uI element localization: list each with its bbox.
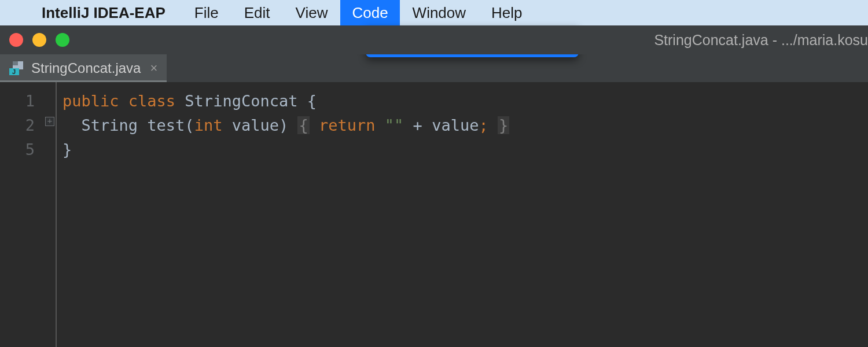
window-close-button[interactable] bbox=[9, 33, 23, 47]
identifier-value: value bbox=[432, 116, 479, 134]
method-name: test bbox=[147, 116, 185, 134]
operator-plus: + bbox=[413, 116, 422, 134]
class-name: StringConcat bbox=[185, 92, 297, 110]
app-name[interactable]: IntelliJ IDEA-EAP bbox=[42, 4, 165, 22]
editor-tab[interactable]: J StringConcat.java × bbox=[0, 54, 167, 82]
svg-rect-1 bbox=[13, 61, 18, 65]
type-string: String bbox=[82, 116, 138, 134]
semicolon: ; bbox=[479, 116, 488, 134]
brace-dim: { bbox=[297, 116, 309, 134]
tab-filename: StringConcat.java bbox=[31, 60, 141, 76]
menu-file[interactable]: File bbox=[194, 4, 219, 22]
gutter-divider bbox=[56, 82, 57, 347]
window-title: StringConcat.java - .../maria.kosu bbox=[654, 25, 868, 54]
java-file-icon: J bbox=[9, 61, 25, 75]
menu-code[interactable]: Code bbox=[340, 0, 399, 25]
traffic-lights bbox=[9, 33, 69, 47]
code-editor[interactable]: 1 2 5 + public class StringConcat { Stri… bbox=[0, 82, 868, 347]
tab-close-icon[interactable]: × bbox=[150, 61, 157, 76]
window-minimize-button[interactable] bbox=[32, 33, 46, 47]
macos-menubar: IntelliJ IDEA-EAP File Edit View Code Wi… bbox=[0, 0, 868, 25]
menu-view[interactable]: View bbox=[296, 4, 328, 22]
paren: ) bbox=[279, 116, 288, 134]
fold-toggle-icon[interactable]: + bbox=[45, 117, 54, 126]
svg-text:J: J bbox=[12, 68, 16, 75]
keyword-return: return bbox=[319, 116, 376, 134]
keyword-int: int bbox=[194, 116, 223, 134]
keyword-class: class bbox=[128, 92, 175, 110]
line-number: 2 bbox=[0, 113, 35, 138]
string-literal: "" bbox=[385, 116, 404, 134]
brace: { bbox=[307, 92, 317, 110]
gutter: 1 2 5 + bbox=[0, 82, 45, 347]
line-number: 1 bbox=[0, 89, 35, 113]
menu-help[interactable]: Help bbox=[491, 4, 522, 22]
window-titlebar: StringConcat.java - .../maria.kosu bbox=[0, 25, 868, 54]
menu-window[interactable]: Window bbox=[413, 4, 466, 22]
paren: ( bbox=[185, 116, 194, 134]
indent bbox=[62, 116, 82, 134]
editor-tabbar: J StringConcat.java × bbox=[0, 54, 868, 82]
window-maximize-button[interactable] bbox=[56, 33, 69, 47]
brace-dim: } bbox=[498, 116, 509, 134]
param-name: value bbox=[232, 116, 279, 134]
keyword-public: public bbox=[62, 92, 119, 110]
brace: } bbox=[62, 141, 72, 158]
line-number: 5 bbox=[0, 138, 35, 162]
code-area[interactable]: public class StringConcat { String test(… bbox=[45, 82, 509, 347]
menu-edit[interactable]: Edit bbox=[244, 4, 270, 22]
